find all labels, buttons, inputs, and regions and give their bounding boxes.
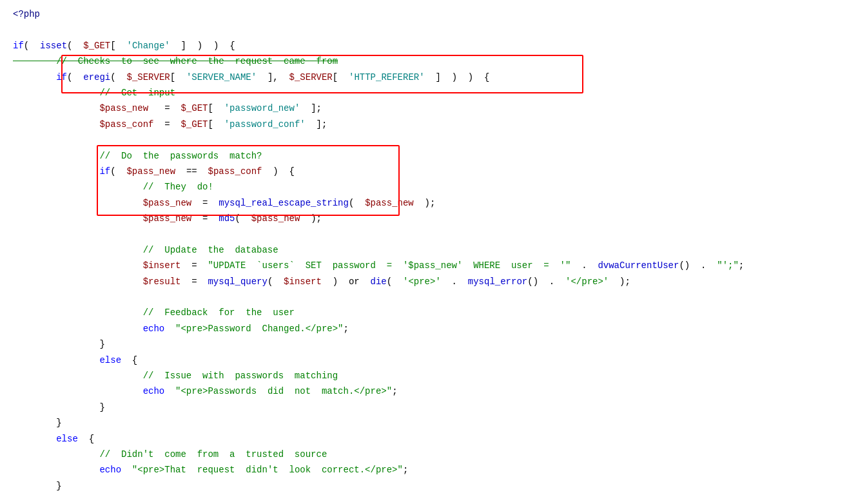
comment: // Get input — [13, 88, 175, 98]
plain — [13, 324, 143, 334]
plain: [ — [333, 72, 349, 82]
keyword: if — [13, 41, 24, 51]
code-line: <?php — [13, 6, 845, 22]
code-line: echo "<pre>Passwords did not match.</pre… — [13, 383, 845, 399]
keyword: else — [56, 434, 78, 444]
plain: . — [570, 260, 598, 271]
plain: ( — [67, 41, 83, 51]
code-line: // They do! — [13, 179, 845, 195]
plain — [13, 213, 143, 224]
code-line: } — [13, 478, 845, 494]
var: $pass_new — [251, 213, 300, 224]
plain: [ — [170, 72, 186, 82]
plain: . — [441, 276, 468, 287]
plain — [13, 119, 99, 130]
php-tag: <?php — [13, 9, 40, 19]
str: "<pre>Passwords did not match.</pre>" — [175, 386, 392, 396]
plain: ( — [235, 213, 251, 224]
code-line: // Feedback for the user — [13, 305, 845, 320]
plain: ]; — [306, 119, 327, 130]
code-line: echo "<pre>That request didn't look corr… — [13, 462, 845, 478]
var: $insert — [143, 260, 181, 271]
code-line: } — [13, 400, 845, 415]
func: isset — [40, 41, 67, 51]
code-line: $insert = "UPDATE `users` SET password =… — [13, 258, 845, 273]
comment: // Do the passwords match? — [13, 151, 262, 161]
code-line: else { — [13, 431, 845, 447]
plain: = — [180, 276, 208, 287]
str: 'password_conf' — [224, 119, 306, 130]
plain: = — [191, 213, 219, 224]
plain: () . — [679, 260, 717, 271]
str: "';" — [717, 260, 739, 271]
func: die — [371, 276, 387, 287]
keyword: echo — [99, 465, 121, 475]
var: $pass_new — [126, 166, 175, 177]
code-line: } — [13, 415, 845, 431]
code-line: if( eregi( $_SERVER[ 'SERVER_NAME' ], $_… — [13, 70, 845, 85]
var: $pass_conf — [208, 166, 262, 177]
code-line: // Checks to see where the request came … — [13, 53, 845, 69]
code-line: // Update the database — [13, 242, 845, 258]
plain: [ — [208, 103, 224, 113]
plain: ( — [24, 41, 40, 51]
comment: // Didn't come from a trusted source — [13, 449, 327, 460]
code-line: $result = mysql_query( $insert ) or die(… — [13, 274, 845, 289]
comment: // Issue with passwords matching — [13, 371, 338, 381]
plain: ( — [110, 166, 126, 177]
plain — [13, 465, 99, 475]
var: $_GET — [180, 103, 208, 113]
plain: } — [13, 481, 62, 491]
code-line: // Didn't come from a trusted source — [13, 447, 845, 462]
plain: { — [78, 434, 94, 444]
func: mysql_real_escape_string — [219, 198, 349, 208]
keyword: echo — [143, 386, 165, 396]
plain: ( — [110, 72, 126, 82]
code-line: if( $pass_new == $pass_conf ) { — [13, 164, 845, 179]
plain: [ — [208, 119, 224, 130]
plain: ], — [257, 72, 289, 82]
code-line: $pass_conf = $_GET[ 'password_conf' ]; — [13, 117, 845, 132]
var: $pass_conf — [99, 119, 153, 130]
code-line — [13, 289, 845, 305]
plain: ( — [387, 276, 403, 287]
plain: ] ) ) { — [170, 41, 235, 51]
var: $_SERVER — [126, 72, 170, 82]
code-line: // Do the passwords match? — [13, 148, 845, 164]
func: mysql_error — [468, 276, 527, 287]
plain: ; — [392, 386, 397, 396]
str: 'HTTP_REFERER' — [349, 72, 425, 82]
plain: ]; — [300, 103, 322, 113]
plain: ; — [403, 465, 408, 475]
var: $insert — [284, 276, 322, 287]
code-line: else { — [13, 353, 845, 368]
code-line: if( isset( $_GET[ 'Change' ] ) ) { — [13, 38, 845, 53]
plain: ); — [609, 276, 630, 287]
code-viewer: <?php if( isset( $_GET[ 'Change' ] ) ) {… — [13, 6, 845, 504]
plain: ( — [67, 72, 83, 82]
var: $_SERVER — [289, 72, 333, 82]
str: 'Change' — [127, 41, 170, 51]
var: $pass_new — [143, 198, 192, 208]
comment: // Feedback for the user — [13, 307, 295, 318]
str: "UPDATE `users` SET password = '$pass_ne… — [208, 260, 570, 271]
code-line — [13, 22, 845, 37]
var: $result — [143, 276, 181, 287]
keyword: if — [99, 166, 110, 177]
plain: = — [191, 198, 219, 208]
plain: () . — [527, 276, 565, 287]
code-line: $pass_new = mysql_real_escape_string( $p… — [13, 195, 845, 211]
comment: // Checks to see where the request came … — [13, 56, 338, 66]
plain: = — [180, 260, 208, 271]
plain: ( — [349, 198, 365, 208]
str: "<pre>That request didn't look correct.<… — [132, 465, 403, 475]
code-line: $pass_new = md5( $pass_new ); — [13, 211, 845, 226]
code-line: // Get input — [13, 85, 845, 101]
code-line: // Issue with passwords matching — [13, 368, 845, 383]
code-line — [13, 226, 845, 242]
plain: ] ) ) { — [425, 72, 490, 82]
code-line: } — [13, 336, 845, 352]
var: $pass_new — [99, 103, 148, 113]
var: $_GET — [180, 119, 208, 130]
plain: = — [148, 103, 180, 113]
